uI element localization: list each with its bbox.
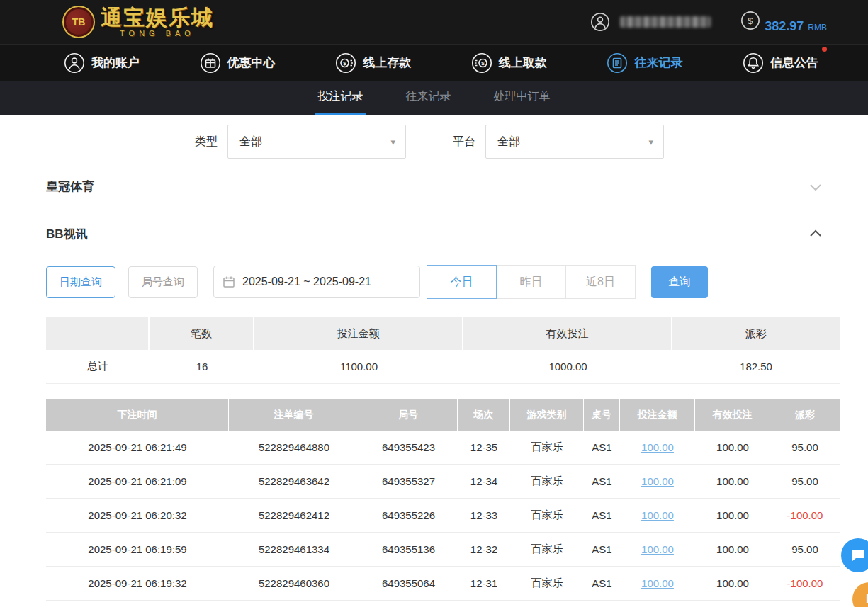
cell-round-number: 649355423 xyxy=(359,431,458,464)
table-header-row: 下注时间 注单编号 局号 场次 游戏类别 桌号 投注金额 有效投注 派彩 xyxy=(46,399,840,431)
platform-filter-value: 全部 xyxy=(497,135,520,149)
cell-table-number: AS1 xyxy=(584,431,620,464)
main-nav: 我的账户 优惠中心 $ 线上存款 $ 线上取款 往来记录 信息公告 xyxy=(0,44,868,81)
cell-session: 12-32 xyxy=(458,533,510,566)
tab-transaction-records[interactable]: 往来记录 xyxy=(403,81,454,115)
nav-item-transactions[interactable]: 往来记录 xyxy=(607,52,682,74)
nav-label: 信息公告 xyxy=(770,55,818,71)
header-round-number: 局号 xyxy=(359,399,458,431)
header-game-type: 游戏类别 xyxy=(510,399,584,431)
table-row: 2025-09-21 06:20:32 522829462412 6493552… xyxy=(46,499,840,533)
cell-bet-time: 2025-09-21 06:19:32 xyxy=(46,567,229,600)
account-area: $ 382.97 RMB xyxy=(590,0,827,44)
date-range-value: 2025-09-21 ~ 2025-09-21 xyxy=(242,276,371,288)
cell-table-number: AS1 xyxy=(584,567,620,600)
nav-label: 往来记录 xyxy=(634,55,682,71)
nav-item-promotions[interactable]: 优惠中心 xyxy=(200,52,276,74)
bet-amount-link[interactable]: 100.00 xyxy=(641,543,674,555)
summary-total-bet-amount: 1100.00 xyxy=(254,350,463,384)
balance-display[interactable]: $ 382.97 RMB xyxy=(740,11,827,34)
cell-table-number: AS1 xyxy=(584,533,620,566)
round-query-button[interactable]: 局号查询 xyxy=(128,266,198,298)
header-table-number: 桌号 xyxy=(584,399,620,431)
section-title: 皇冠体育 xyxy=(46,178,94,195)
cell-payout: -100.00 xyxy=(770,567,840,600)
cell-order-number: 522829464880 xyxy=(229,431,359,464)
cell-round-number: 649355226 xyxy=(359,499,458,532)
gift-icon xyxy=(200,52,221,74)
summary-header-blank xyxy=(46,317,150,350)
nav-item-withdraw[interactable]: $ 线上取款 xyxy=(471,52,547,74)
tab-bet-records[interactable]: 投注记录 xyxy=(315,81,366,115)
section-bb-video[interactable]: BB视讯 xyxy=(46,215,843,252)
cell-bet-time: 2025-09-21 06:20:32 xyxy=(46,499,229,532)
chevron-up-icon[interactable] xyxy=(808,226,823,242)
tb-coin-logo: TB xyxy=(62,6,95,38)
svg-text:$: $ xyxy=(343,60,346,67)
date-range-picker[interactable]: 2025-09-21 ~ 2025-09-21 xyxy=(213,266,420,298)
header-valid-bet: 有效投注 xyxy=(695,399,770,431)
bet-amount-link[interactable]: 100.00 xyxy=(641,509,674,521)
platform-filter-select[interactable]: 全部 ▾ xyxy=(485,125,664,159)
type-filter-select[interactable]: 全部 ▾ xyxy=(227,125,406,159)
balance-currency: RMB xyxy=(808,23,827,33)
cell-game-type: 百家乐 xyxy=(510,465,584,498)
bet-amount-link[interactable]: 100.00 xyxy=(641,475,674,487)
site-logo[interactable]: TB 通宝娱乐城 TONG BAO xyxy=(62,6,214,38)
last8days-button[interactable]: 近8日 xyxy=(565,265,636,299)
section-crown-sports[interactable]: 皇冠体育 xyxy=(46,169,843,205)
calendar-icon xyxy=(222,276,235,288)
cell-bet-amount: 100.00 xyxy=(620,465,695,498)
cell-round-number: 649355064 xyxy=(359,567,458,600)
brand-text: 通宝娱乐城 TONG BAO xyxy=(101,7,214,38)
bet-table-body: 2025-09-21 06:21:49 522829464880 6493554… xyxy=(46,431,840,601)
nav-label: 线上存款 xyxy=(363,55,411,71)
date-query-button[interactable]: 日期查询 xyxy=(46,266,115,298)
cell-bet-amount: 100.00 xyxy=(620,567,695,600)
cell-valid-bet: 100.00 xyxy=(695,431,770,464)
yesterday-button[interactable]: 昨日 xyxy=(496,265,566,299)
cell-bet-amount: 100.00 xyxy=(620,499,695,532)
header-bet-amount: 投注金额 xyxy=(620,399,695,431)
header-payout: 派彩 xyxy=(770,399,840,431)
table-row: 2025-09-21 06:21:49 522829464880 6493554… xyxy=(46,431,840,465)
cell-payout: 95.00 xyxy=(770,533,840,566)
nav-label: 我的账户 xyxy=(91,55,140,71)
cell-round-number: 649355136 xyxy=(359,533,458,566)
search-button[interactable]: 查询 xyxy=(651,266,708,298)
type-filter-label: 类型 xyxy=(195,135,218,149)
nav-item-announcements[interactable]: 信息公告 xyxy=(743,52,818,74)
cell-order-number: 522829461334 xyxy=(229,533,359,566)
cell-bet-amount: 100.00 xyxy=(620,431,695,464)
cell-game-type: 百家乐 xyxy=(510,431,584,464)
summary-header-bet-amount: 投注金额 xyxy=(254,317,463,350)
query-controls: 日期查询 局号查询 2025-09-21 ~ 2025-09-21 今日 昨日 … xyxy=(46,265,843,299)
brand-name-en: TONG BAO xyxy=(101,30,214,38)
filter-row: 类型 全部 ▾ 平台 全部 ▾ xyxy=(195,125,843,159)
section-title: BB视讯 xyxy=(46,226,88,242)
summary-header-valid-bet: 有效投注 xyxy=(463,317,672,350)
bet-amount-link[interactable]: 100.00 xyxy=(641,577,674,589)
cell-payout: 95.00 xyxy=(770,465,840,498)
notification-dot xyxy=(822,47,827,52)
table-row: 2025-09-21 06:19:32 522829460360 6493550… xyxy=(46,567,840,601)
username-redacted[interactable] xyxy=(620,16,711,28)
cell-valid-bet: 100.00 xyxy=(695,533,770,566)
summary-table: 笔数 投注金额 有效投注 派彩 总计 16 1100.00 1000.00 18… xyxy=(46,317,840,384)
bet-amount-link[interactable]: 100.00 xyxy=(641,441,674,453)
nav-label: 线上取款 xyxy=(499,55,547,71)
cell-order-number: 522829463642 xyxy=(229,465,359,498)
bell-icon xyxy=(743,52,764,74)
header-order-number: 注单编号 xyxy=(229,399,359,431)
coin-dollar-icon: $ xyxy=(740,11,760,30)
tab-processing-orders[interactable]: 处理中订单 xyxy=(491,81,553,115)
cell-bet-amount: 100.00 xyxy=(620,533,695,566)
summary-total-row: 总计 16 1100.00 1000.00 182.50 xyxy=(46,350,840,384)
today-button[interactable]: 今日 xyxy=(427,265,497,299)
nav-item-deposit[interactable]: $ 线上存款 xyxy=(335,52,411,74)
nav-item-my-account[interactable]: 我的账户 xyxy=(64,52,140,74)
summary-total-count: 16 xyxy=(150,350,254,384)
cell-bet-time: 2025-09-21 06:21:09 xyxy=(46,465,229,498)
summary-total-valid-bet: 1000.00 xyxy=(463,350,672,384)
chevron-down-icon[interactable] xyxy=(808,179,823,195)
